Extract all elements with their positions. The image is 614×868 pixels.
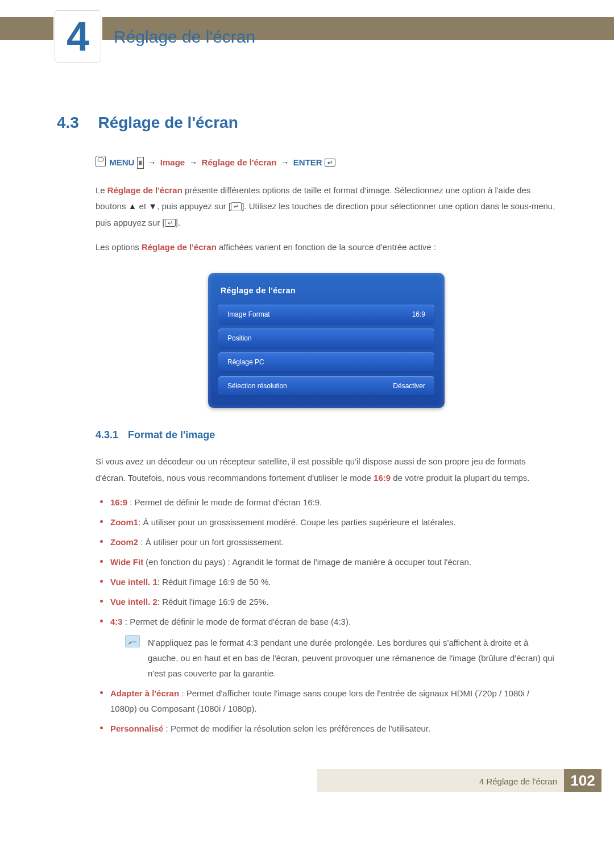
- text-highlight: Réglage de l'écran: [107, 185, 182, 195]
- osd-row-label: Réglage PC: [227, 356, 264, 369]
- list-item: Personnalisé : Permet de modifier la rés…: [96, 721, 557, 736]
- option-name: Wide Fit: [110, 557, 143, 567]
- option-desc: : Réduit l'image 16:9 de 25%.: [157, 597, 268, 607]
- list-item: Vue intell. 1: Réduit l'image 16:9 de 50…: [96, 574, 557, 589]
- up-icon: ▲: [128, 201, 137, 211]
- arrow-icon: →: [146, 157, 158, 167]
- option-name: Adapter à l'écran: [110, 688, 179, 698]
- osd-row-label: Position: [227, 332, 252, 345]
- osd-row-resolution[interactable]: Sélection résolution Désactiver: [218, 376, 434, 396]
- section-number: 4.3: [57, 114, 96, 132]
- subsection-heading: 4.3.1 Format de l'image: [96, 425, 557, 445]
- section-title: Réglage de l'écran: [98, 114, 238, 132]
- text-highlight: Réglage de l'écran: [142, 242, 217, 252]
- chapter-title: Réglage de l'écran: [114, 27, 255, 47]
- option-name: Zoom1: [110, 517, 138, 527]
- enter-icon: ↵: [325, 159, 335, 167]
- osd-title: Réglage de l'écran: [221, 283, 432, 298]
- note-icon: [125, 635, 140, 647]
- menu-path: MENU Ⅲ → Image → Réglage de l'écran → EN…: [96, 155, 557, 171]
- section-heading: 4.3 Réglage de l'écran: [57, 114, 557, 132]
- nav-reglage: Réglage de l'écran: [202, 157, 277, 167]
- menu-icon: Ⅲ: [137, 157, 144, 169]
- list-item: Vue intell. 2: Réduit l'image 16:9 de 25…: [96, 594, 557, 609]
- option-desc: (en fonction du pays) : Agrandit le form…: [143, 557, 471, 567]
- option-name: 16:9: [110, 497, 127, 507]
- chapter-number: 4: [67, 16, 89, 57]
- text: ].: [176, 218, 180, 227]
- enter-label: ENTER: [293, 157, 322, 167]
- option-desc: : Permet de définir le mode de format d'…: [127, 497, 322, 507]
- osd-row-value: Désactiver: [393, 380, 425, 393]
- down-icon: ▼: [148, 201, 157, 211]
- remote-icon: [96, 156, 106, 167]
- subsection-intro: Si vous avez un décodeur ou un récepteur…: [96, 454, 557, 486]
- list-item: Adapter à l'écran : Permet d'afficher to…: [96, 686, 557, 716]
- list-item: Zoom2 : À utiliser pour un fort grossiss…: [96, 534, 557, 550]
- osd-row-value: 16:9: [412, 308, 425, 321]
- option-desc: : À utiliser pour un grossissement modér…: [138, 517, 456, 527]
- text: , puis appuyez sur [: [157, 201, 231, 211]
- option-desc: : À utiliser pour un fort grossissement.: [138, 537, 284, 547]
- menu-label: MENU: [109, 157, 134, 167]
- note-block: N'appliquez pas le format 4:3 pendant un…: [125, 635, 557, 681]
- subsection-title: Format de l'image: [128, 429, 215, 441]
- footer-label: 4 Réglage de l'écran: [479, 776, 557, 786]
- enter-icon: ↵: [165, 219, 176, 227]
- osd-row-position[interactable]: Position: [218, 329, 434, 348]
- text: affichées varient en fonction de la sour…: [217, 242, 436, 252]
- arrow-icon: →: [187, 157, 199, 167]
- option-name: Vue intell. 2: [110, 597, 157, 607]
- paragraph-1: Le Réglage de l'écran présente différent…: [96, 182, 557, 231]
- osd-row-reglage-pc[interactable]: Réglage PC: [218, 352, 434, 372]
- option-desc: : Réduit l'image 16:9 de 50 %.: [157, 577, 271, 587]
- text: Les options: [96, 242, 142, 252]
- page-footer: 4 Réglage de l'écran 102: [0, 763, 614, 792]
- option-name: Personnalisé: [110, 724, 163, 733]
- nav-image: Image: [160, 157, 185, 167]
- option-desc: : Permet de modifier la résolution selon…: [163, 724, 430, 733]
- format-list: 16:9 : Permet de définir le mode de form…: [96, 495, 557, 736]
- arrow-icon: →: [279, 157, 291, 167]
- list-item: 4:3 : Permet de définir le mode de forma…: [96, 614, 557, 681]
- note-text: N'appliquez pas le format 4:3 pendant un…: [148, 635, 557, 681]
- option-desc: : Permet de définir le mode de format d'…: [123, 617, 351, 626]
- page-number: 102: [564, 769, 601, 792]
- list-item: Zoom1: À utiliser pour un grossissement …: [96, 514, 557, 530]
- text: et: [136, 201, 148, 211]
- footer-band: [317, 769, 601, 792]
- text: de votre produit la plupart du temps.: [391, 473, 529, 483]
- option-name: Vue intell. 1: [110, 577, 157, 587]
- option-name: Zoom2: [110, 537, 138, 547]
- list-item: Wide Fit (en fonction du pays) : Agrandi…: [96, 554, 557, 570]
- chapter-badge: 4: [55, 10, 101, 63]
- list-item: 16:9 : Permet de définir le mode de form…: [96, 495, 557, 510]
- enter-icon: ↵: [231, 202, 242, 210]
- osd-row-label: Image Format: [227, 308, 270, 321]
- paragraph-2: Les options Réglage de l'écran affichées…: [96, 239, 557, 256]
- osd-row-label: Sélection résolution: [227, 380, 287, 393]
- osd-row-image-format[interactable]: Image Format 16:9: [218, 305, 434, 324]
- page-content: 4.3 Réglage de l'écran MENU Ⅲ → Image → …: [0, 45, 614, 763]
- text: Le: [96, 185, 107, 195]
- text-highlight: 16:9: [374, 473, 391, 483]
- subsection-number: 4.3.1: [96, 429, 118, 441]
- option-name: 4:3: [110, 617, 123, 626]
- osd-panel: Réglage de l'écran Image Format 16:9 Pos…: [208, 273, 445, 409]
- page-header: 4 Réglage de l'écran: [0, 0, 614, 45]
